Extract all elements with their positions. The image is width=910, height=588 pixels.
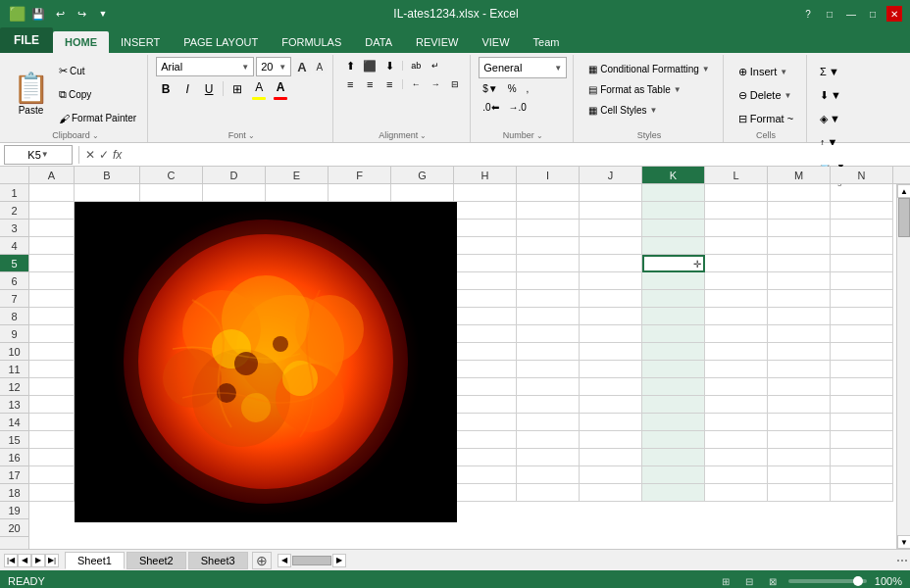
dots-icon[interactable]: ⋯	[894, 553, 910, 568]
cell-f1[interactable]	[329, 184, 391, 202]
restore-btn[interactable]: □	[822, 6, 837, 22]
cell-k5[interactable]: ✛	[642, 255, 705, 272]
underline-btn[interactable]: U	[199, 79, 219, 99]
h-scroll-thumb[interactable]	[292, 556, 331, 565]
cell-a2[interactable]	[29, 202, 75, 220]
data-tab[interactable]: DATA	[353, 31, 404, 53]
row-num-16[interactable]: 16	[0, 449, 28, 466]
cell-a3[interactable]	[29, 220, 75, 237]
row-num-12[interactable]: 12	[0, 378, 28, 396]
bold-btn[interactable]: B	[156, 79, 176, 99]
sheet-nav-last[interactable]: ▶|	[45, 554, 59, 567]
cell-d1[interactable]	[203, 184, 266, 202]
align-right-btn[interactable]: ≡	[380, 75, 398, 93]
cell-c6[interactable]	[140, 272, 203, 290]
cell-a1[interactable]	[29, 184, 75, 202]
fill-btn[interactable]: ⬇▼	[815, 84, 851, 106]
cell-b2[interactable]	[75, 202, 140, 220]
cell-i4[interactable]	[517, 237, 580, 255]
cell-h2[interactable]	[454, 202, 517, 220]
view-tab[interactable]: VIEW	[470, 31, 521, 53]
vertical-scrollbar[interactable]: ▲ ▼	[896, 184, 910, 549]
cell-i6[interactable]	[517, 272, 580, 290]
cell-i5[interactable]	[517, 255, 580, 272]
orientation-btn[interactable]: ab	[407, 57, 425, 74]
row-num-20[interactable]: 20	[0, 519, 28, 537]
cell-g4[interactable]	[391, 237, 454, 255]
paste-btn[interactable]: 📋 Paste	[10, 71, 52, 119]
cell-f6[interactable]	[329, 272, 391, 290]
cell-b4[interactable]	[75, 237, 140, 255]
cell-l5[interactable]	[705, 255, 768, 272]
row-num-2[interactable]: 2	[0, 202, 28, 220]
cell-n5[interactable]	[831, 255, 893, 272]
col-header-h[interactable]: H	[454, 167, 517, 183]
sheet-nav-prev[interactable]: ◀	[18, 554, 31, 567]
cell-e2[interactable]	[266, 202, 329, 220]
font-grow-btn[interactable]: A	[293, 58, 310, 76]
function-btn[interactable]: fx	[113, 148, 122, 162]
cell-h1[interactable]	[454, 184, 517, 202]
cell-n3[interactable]	[831, 220, 893, 237]
font-expand-icon[interactable]: ⌄	[248, 131, 255, 140]
row-num-5[interactable]: 5	[0, 255, 28, 272]
review-tab[interactable]: REVIEW	[404, 31, 470, 53]
clear-btn[interactable]: ◈▼	[815, 108, 851, 129]
cell-j3[interactable]	[580, 220, 642, 237]
cell-f3[interactable]	[329, 220, 391, 237]
row-num-15[interactable]: 15	[0, 431, 28, 449]
cell-n2[interactable]	[831, 202, 893, 220]
cell-j2[interactable]	[580, 202, 642, 220]
cell-c2[interactable]	[140, 202, 203, 220]
col-header-d[interactable]: D	[203, 167, 266, 183]
cell-j4[interactable]	[580, 237, 642, 255]
scroll-thumb[interactable]	[898, 198, 910, 237]
cell-e4[interactable]	[266, 237, 329, 255]
row-num-7[interactable]: 7	[0, 290, 28, 308]
cell-h3[interactable]	[454, 220, 517, 237]
cell-j1[interactable]	[580, 184, 642, 202]
cell-d4[interactable]	[203, 237, 266, 255]
sheet-nav-first[interactable]: |◀	[4, 554, 18, 567]
redo-qat-btn[interactable]: ↪	[73, 5, 90, 23]
view-normal-btn[interactable]: ⊞	[718, 573, 733, 588]
cell-k6[interactable]	[642, 272, 705, 290]
team-tab[interactable]: Team	[522, 31, 572, 53]
cell-c4[interactable]	[140, 237, 203, 255]
sheet-tab-sheet2[interactable]: Sheet2	[126, 552, 186, 569]
close-btn[interactable]: ✕	[886, 6, 902, 22]
align-center-btn[interactable]: ≡	[361, 75, 379, 93]
format-cells-btn[interactable]: ⊟ Format ~	[732, 108, 800, 129]
cell-l3[interactable]	[705, 220, 768, 237]
cell-k3[interactable]	[642, 220, 705, 237]
number-expand-icon[interactable]: ⌄	[536, 131, 543, 140]
sheet-tab-sheet3[interactable]: Sheet3	[188, 552, 248, 569]
align-top-btn[interactable]: ⬆	[341, 57, 359, 74]
italic-btn[interactable]: I	[177, 79, 197, 99]
cell-d5[interactable]	[203, 255, 266, 272]
col-header-l[interactable]: L	[705, 167, 768, 183]
insert-tab[interactable]: INSERT	[109, 31, 172, 53]
cell-a6[interactable]	[29, 272, 75, 290]
cell-h5[interactable]	[454, 255, 517, 272]
row-num-3[interactable]: 3	[0, 220, 28, 237]
cell-styles-btn[interactable]: ▦ Cell Styles ▼	[581, 100, 717, 120]
sheet-tab-sheet1[interactable]: Sheet1	[65, 552, 125, 569]
scroll-down-btn[interactable]: ▼	[897, 535, 910, 549]
align-middle-btn[interactable]: ⬛	[361, 57, 379, 74]
cell-f4[interactable]	[329, 237, 391, 255]
font-color-btn[interactable]: A	[271, 77, 290, 97]
merge-btn[interactable]: ⊟	[446, 75, 464, 93]
alignment-expand-icon[interactable]: ⌄	[420, 131, 427, 140]
row-num-9[interactable]: 9	[0, 325, 28, 343]
maximize-btn[interactable]: □	[865, 6, 881, 22]
cell-e1[interactable]	[266, 184, 329, 202]
col-header-b[interactable]: B	[75, 167, 140, 183]
cell-e5[interactable]	[266, 255, 329, 272]
align-left-btn[interactable]: ≡	[341, 75, 359, 93]
cell-a4[interactable]	[29, 237, 75, 255]
cell-f2[interactable]	[329, 202, 391, 220]
cut-btn[interactable]: ✂ Cut	[54, 61, 141, 82]
cell-c5[interactable]	[140, 255, 203, 272]
format-as-table-btn[interactable]: ▤ Format as Table ▼	[581, 79, 717, 99]
